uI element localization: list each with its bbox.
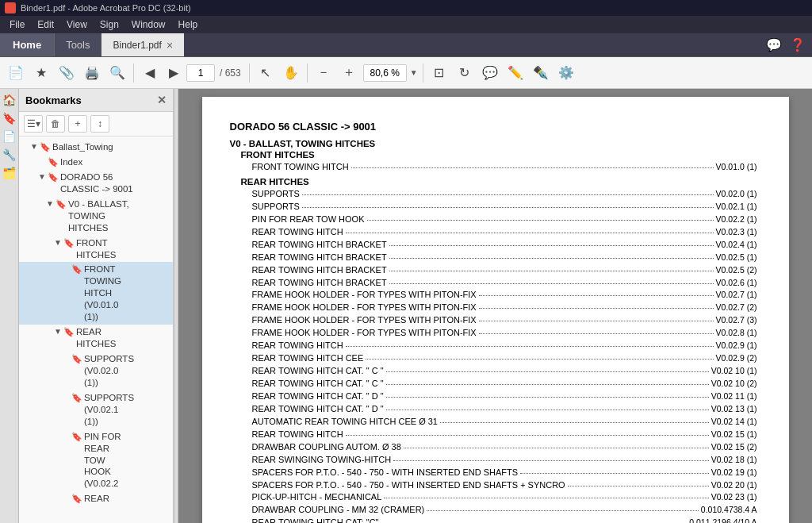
- toc-row: DRAWBAR COUPLING - MM 32 (CRAMER)0.010.4…: [252, 504, 757, 517]
- tab-spacer: [184, 33, 760, 56]
- bookmark-icon: 🔖: [63, 238, 75, 248]
- bookmark-delete-button[interactable]: 🗑: [46, 115, 65, 133]
- toc-page: V0.02.2 (1): [716, 213, 757, 225]
- panel-home-icon[interactable]: 🏠: [3, 94, 16, 107]
- menu-view[interactable]: View: [60, 17, 94, 32]
- bookmark-supports-2[interactable]: 🔖 SUPPORTS(V0.02.1(1)): [19, 390, 173, 429]
- bookmark-label: REAR: [84, 493, 109, 505]
- left-panel-icons: 🏠 🔖 📄 🔧 🗂️: [0, 89, 19, 523]
- toc-page: V0.02.7 (1): [716, 289, 757, 301]
- toc-dots: [386, 410, 709, 410]
- highlight-button[interactable]: ✏️: [504, 62, 527, 84]
- separator-4: [423, 63, 423, 83]
- attach-button[interactable]: 📎: [56, 62, 78, 84]
- bookmark-supports-1[interactable]: 🔖 SUPPORTS(V0.02.0(1)): [19, 352, 173, 390]
- bookmark-button[interactable]: ★: [30, 62, 52, 84]
- pdf-front-hitches-header: FRONT HITCHES: [241, 150, 757, 160]
- toc-page: V0.02 18 (1): [711, 454, 757, 466]
- bookmark-front-hitches[interactable]: ▼ 🔖 FRONTHITCHES: [19, 236, 173, 263]
- toc-dots: [386, 384, 709, 385]
- toc-label: REAR TOWING HITCH CAT. " D ": [252, 403, 384, 416]
- panel-tools-icon[interactable]: 🔧: [3, 148, 16, 162]
- tab-document[interactable]: Binder1.pdf ×: [102, 33, 184, 56]
- bookmark-add-button[interactable]: +: [68, 115, 87, 133]
- toc-dots: [404, 448, 709, 448]
- bookmark-rear[interactable]: 🔖 REAR: [19, 491, 173, 506]
- toc-label: FRONT TOWING HITCH: [252, 161, 349, 174]
- signature-button[interactable]: ✒️: [530, 62, 552, 84]
- bookmark-label: SUPPORTS(V0.02.1(1)): [84, 392, 134, 428]
- hand-tool[interactable]: ✋: [280, 62, 302, 84]
- toc-label: SPACERS FOR P.T.O. - 540 - 750 - WITH IN…: [252, 479, 565, 492]
- tab-tools[interactable]: Tools: [55, 33, 102, 56]
- select-tool[interactable]: ↖: [255, 62, 277, 84]
- panel-pages-icon[interactable]: 📄: [3, 130, 16, 144]
- bookmark-rear-hitches[interactable]: ▼ 🔖 REARHITCHES: [19, 325, 173, 352]
- menu-edit[interactable]: Edit: [31, 17, 60, 32]
- sidebar-close-button[interactable]: ✕: [157, 94, 167, 106]
- toc-row: PICK-UP-HITCH - MECHANICALV0.02 23 (1): [252, 491, 757, 504]
- close-tab-icon[interactable]: ×: [167, 39, 173, 52]
- menu-window[interactable]: Window: [125, 17, 172, 32]
- bookmark-pin-rear-tow[interactable]: 🔖 PIN FORREARTOWHOOK(V0.02.2: [19, 429, 173, 492]
- fit-page-button[interactable]: ⊡: [428, 62, 450, 84]
- bookmark-index[interactable]: 🔖 Index: [19, 155, 173, 170]
- bookmark-ballast-towing[interactable]: ▼ 🔖 Ballast_Towing: [19, 140, 173, 155]
- tools-more-button[interactable]: ⚙️: [555, 62, 577, 84]
- toc-label: REAR TOWING HITCH CAT. " C ": [252, 378, 384, 390]
- toc-dots: [427, 510, 699, 511]
- print-button[interactable]: 🖨️: [81, 62, 103, 84]
- bookmark-expand-button[interactable]: ↕: [90, 115, 109, 133]
- main-area: 🏠 🔖 📄 🔧 🗂️ Bookmarks ✕ ☰▾ 🗑 + ↕ ▼ 🔖 Ball…: [0, 89, 812, 523]
- panel-bookmarks-icon[interactable]: 🔖: [3, 112, 16, 125]
- nav-prev-button[interactable]: ◀: [139, 62, 161, 84]
- menu-file[interactable]: File: [3, 17, 31, 32]
- toc-label: REAR TOWING HITCH CEE: [252, 352, 364, 365]
- toc-label: REAR TOWING HITCH BRACKET: [252, 277, 387, 290]
- toc-label: PICK-UP-HITCH - MECHANICAL: [252, 491, 382, 504]
- panel-layers-icon[interactable]: 🗂️: [3, 167, 16, 180]
- toc-label: DRAWBAR COUPLING - MM 32 (CRAMER): [252, 504, 425, 517]
- toc-label: AUTOMATIC REAR TOWING HITCH CEE Ø 31: [252, 416, 439, 429]
- zoom-out-button[interactable]: －: [312, 62, 335, 84]
- toc-label: FRAME HOOK HOLDER - FOR TYPES WITH PITON…: [252, 302, 477, 314]
- help-icon[interactable]: ❓: [790, 37, 806, 52]
- pdf-section-v0: V0 - BALLAST, TOWING HITCHES: [230, 139, 757, 148]
- toc-dots: [389, 271, 714, 271]
- toc-label: PIN FOR REAR TOW HOOK: [252, 213, 365, 226]
- zoom-dropdown-arrow[interactable]: ▼: [410, 68, 418, 77]
- tab-home[interactable]: Home: [0, 33, 55, 56]
- toc-row: SUPPORTSV0.02.1 (1): [252, 201, 757, 213]
- bookmark-dorado[interactable]: ▼ 🔖 DORADO 56CLASSIC -> 9001: [19, 170, 173, 197]
- toc-page: V0.02 19 (1): [711, 467, 757, 479]
- bookmark-v0-ballast[interactable]: ▼ 🔖 V0 - BALLAST,TOWINGHITCHES: [19, 197, 173, 236]
- toc-page: V0.02.4 (1): [716, 239, 757, 251]
- bookmark-front-towing-hitch[interactable]: 🔖 FRONTTOWINGHITCH(V0.01.0(1)): [19, 262, 173, 325]
- bookmark-options-button[interactable]: ☰▾: [24, 115, 43, 133]
- search-button[interactable]: 🔍: [106, 62, 128, 84]
- expand-arrow-icon: ▼: [46, 199, 54, 208]
- toc-label: REAR TOWING HITCH BRACKET: [252, 264, 387, 277]
- bookmark-tree: ▼ 🔖 Ballast_Towing 🔖 Index ▼ 🔖 DORADO 56…: [19, 137, 173, 523]
- annotate-button[interactable]: 💬: [479, 62, 501, 84]
- rotate-button[interactable]: ↻: [454, 62, 476, 84]
- nav-next-button[interactable]: ▶: [163, 62, 185, 84]
- zoom-in-button[interactable]: ＋: [338, 62, 360, 84]
- zoom-input[interactable]: [363, 64, 407, 82]
- page-input[interactable]: [186, 64, 215, 82]
- menu-help[interactable]: Help: [172, 17, 205, 32]
- sidebar: Bookmarks ✕ ☰▾ 🗑 + ↕ ▼ 🔖 Ballast_Towing …: [19, 89, 174, 523]
- separator-3: [307, 63, 308, 83]
- toc-dots: [389, 258, 714, 259]
- menu-sign[interactable]: Sign: [94, 17, 125, 32]
- bookmark-icon: 🔖: [71, 494, 82, 504]
- toc-row: REAR TOWING HITCHV0.02.9 (1): [252, 340, 757, 352]
- toc-page: V0.01.0 (1): [716, 161, 757, 173]
- toc-row: REAR TOWING HITCH CAT: "C"0.011.2196.4/1…: [252, 517, 757, 523]
- toc-dots: [346, 435, 709, 436]
- toc-label: FRAME HOOK HOLDER - FOR TYPES WITH PITON…: [252, 289, 477, 302]
- comments-icon[interactable]: 💬: [766, 37, 782, 52]
- separator-2: [249, 63, 250, 83]
- create-button[interactable]: 📄: [5, 62, 27, 84]
- toolbar: 📄 ★ 📎 🖨️ 🔍 ◀ ▶ / 653 ↖ ✋ － ＋ ▼ ⊡ ↻ 💬 ✏️ …: [0, 57, 812, 89]
